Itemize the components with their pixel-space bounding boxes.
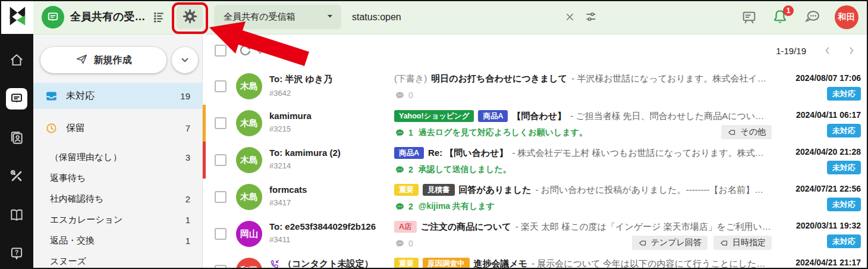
row-checkbox[interactable] — [215, 80, 227, 92]
status-badge: 未対応 — [827, 198, 861, 211]
subject: 【問合わせ】 — [512, 111, 566, 122]
avatar: 和田 — [236, 258, 262, 269]
ticket-row[interactable]: 岡山 To: e2e53f3844029f2b126 #3411 A店 ご注文の… — [203, 215, 868, 253]
sidebar-item-label: 社内確認待ち — [50, 193, 103, 205]
ticket-list: 1-19/19 木島 To: 半沢 ゆき乃 #3642 (下書き) 明日のお打ち… — [203, 34, 868, 269]
sidebar-item-no-reason[interactable]: （保留理由なし） 3 — [33, 147, 202, 168]
sidebar-item-count: 7 — [185, 123, 190, 133]
list-display-icon[interactable] — [275, 44, 290, 61]
row-checkbox[interactable] — [215, 117, 227, 129]
preview-text: - お問い合わせに投稿がありました。--------【お名前】利礼 翔【メールア… — [536, 184, 772, 196]
tag-chip[interactable]: テンプレ回答 — [632, 236, 707, 250]
comment-icon — [394, 128, 405, 138]
sidebar-item-escalation[interactable]: エスカレーション 1 — [33, 209, 202, 230]
search-scope-dropdown[interactable]: 全員共有の受信箱 — [214, 5, 341, 29]
filter-sliders-icon[interactable] — [584, 10, 597, 26]
search-input[interactable]: status:open — [352, 0, 401, 34]
ticket-row[interactable]: 木島 kamimura #3215 Yahoo!ショッピング 商品A 【問合わせ… — [203, 105, 868, 142]
comment-count: 2 — [394, 165, 413, 175]
home-icon[interactable] — [6, 49, 27, 71]
status-badge: 未対応 — [827, 161, 861, 174]
comment-note: 承認して送信しました。 — [419, 164, 511, 175]
chevron-down-icon[interactable] — [295, 48, 303, 58]
ticket-number: #3214 — [269, 161, 389, 170]
notifications-button[interactable]: 1 — [772, 8, 790, 26]
sender-name: kamimura — [269, 111, 389, 121]
received-date: 2024/07/21 22:56 — [772, 184, 861, 193]
help-icon[interactable]: ? — [6, 243, 27, 264]
comment-icon — [394, 202, 405, 212]
shared-inbox-icon[interactable] — [42, 6, 64, 29]
sidebar-item-internal-check[interactable]: 社内確認待ち 2 — [33, 189, 202, 209]
comment-icon — [394, 239, 405, 249]
ticket-number: #3642 — [269, 89, 389, 98]
compose-dropdown-button[interactable] — [172, 47, 198, 73]
subject: Re: 【問い合わせ】 — [428, 148, 508, 159]
ticket-row[interactable]: 木島 To: kamimura (2) #3214 商品A Re: 【問い合わせ… — [203, 142, 868, 179]
tag-chip[interactable]: 日時指定 — [713, 236, 772, 250]
clear-search-icon[interactable] — [564, 11, 575, 25]
sidebar-item-snooze[interactable]: スヌーズ — [33, 251, 202, 269]
subject: 進捗会議メモ — [474, 258, 528, 269]
row-color-bar — [203, 142, 206, 179]
preview-text: - 展示会について 今年は以下の内容にて行うことにした。 *ー*ー*ー*ー*ー*… — [532, 258, 772, 269]
ticket-row[interactable]: 木島 formcats #3417 重要 見積書 回答がありました - お問い合… — [203, 179, 868, 216]
sidebar-item-count: 19 — [180, 91, 190, 101]
ticket-row[interactable]: 木島 To: 半沢 ゆき乃 #3642 (下書き) 明日のお打ち合わせにつきまし… — [203, 68, 868, 105]
status-badge: 未対応 — [827, 124, 861, 137]
contacts-icon[interactable] — [6, 127, 27, 148]
tools-icon[interactable] — [6, 165, 27, 187]
inbox-title: 全員共有の受… — [70, 0, 145, 34]
user-avatar[interactable]: 和田 — [835, 5, 858, 29]
manual-book-icon[interactable] — [6, 204, 27, 226]
sidebar-item-count: 2 — [185, 194, 190, 204]
notification-badge: 1 — [783, 5, 794, 16]
avatar: 木島 — [236, 184, 262, 210]
comment-count: 0 — [394, 90, 413, 101]
prev-page-icon[interactable] — [822, 45, 834, 59]
sidebar-item-label: スヌーズ — [50, 256, 86, 267]
tag-icon — [638, 239, 647, 248]
sidebar-item-awaiting-reply[interactable]: 返事待ち — [33, 168, 202, 189]
inbox-settings-button[interactable] — [177, 5, 203, 29]
refresh-icon[interactable] — [238, 43, 253, 61]
row-checkbox[interactable] — [215, 265, 227, 269]
sender-name: To: kamimura (2) — [269, 148, 389, 158]
tickets-icon[interactable] — [6, 88, 27, 110]
received-date: 2024/04/21 21:17 — [772, 258, 861, 267]
sidebar-item-count: 1 — [185, 215, 190, 225]
comment-note: 過去ログを見て対応よろしくお願いします。 — [419, 127, 587, 138]
row-checkbox[interactable] — [215, 191, 227, 203]
app-logo[interactable] — [0, 0, 33, 34]
ticket-number: #3411 — [269, 235, 389, 244]
list-toolbar: 1-19/19 — [203, 34, 868, 68]
sidebar-item-label: 返品・交換 — [50, 235, 95, 246]
next-page-icon[interactable] — [845, 45, 857, 59]
row-checkbox[interactable] — [215, 228, 227, 240]
label-badge: 重要 — [394, 258, 419, 269]
sidebar-item-untreated[interactable]: 未対応 19 — [33, 83, 202, 109]
sender-name: To: e2e53f3844029f2b126 — [269, 221, 389, 232]
avatar: 木島 — [236, 110, 262, 136]
row-checkbox[interactable] — [215, 154, 227, 166]
pagination-label: 1-19/19 — [776, 34, 806, 68]
chat-bubbles-icon[interactable] — [801, 7, 823, 28]
select-all-checkbox[interactable] — [215, 45, 227, 57]
draft-prefix: (下書き) — [394, 73, 427, 85]
subject: 明日のお打ち合わせにつきまして — [431, 73, 567, 85]
compose-label: 新規作成 — [94, 54, 132, 67]
chevron-down-icon[interactable] — [256, 48, 264, 58]
announcement-icon[interactable] — [738, 7, 760, 28]
sidebar-item-returns[interactable]: 返品・交換 1 — [33, 230, 202, 251]
preview-text: - ご担当者様 先日、問合わせした商品Aについての資料ですが、送… — [570, 111, 772, 122]
tag-chip[interactable]: その他 — [721, 125, 772, 139]
sidebar-item-hold[interactable]: 保留 7 — [33, 115, 202, 141]
compose-button[interactable]: 新規作成 — [40, 47, 166, 73]
ticket-sort-icon[interactable] — [150, 9, 168, 26]
status-badge: 未対応 — [827, 234, 861, 248]
preview-text: - 楽天 太郎 様この度は「インゲージ 楽天市場店」をご利用いただき誠にありがと… — [515, 221, 772, 233]
label-badge: 重要 — [394, 184, 419, 196]
ticket-row[interactable]: 和田 （コンタクト未設定） 重要 原因調査中 進捗会議メモ - 展示会について … — [203, 252, 868, 269]
paper-plane-icon — [76, 53, 88, 68]
sidebar-item-label: 未対応 — [66, 90, 95, 102]
